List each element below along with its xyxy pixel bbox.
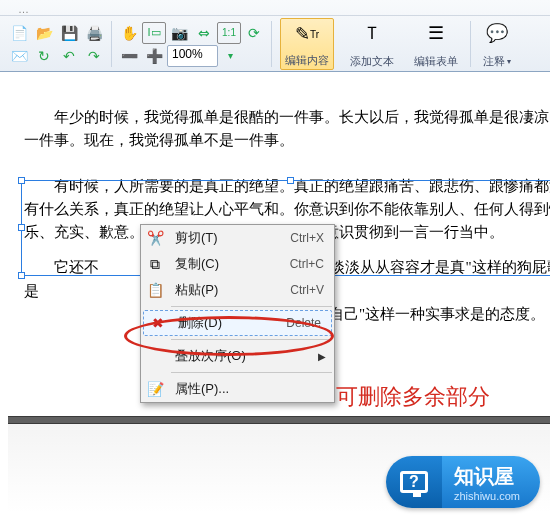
email-icon[interactable]: ✉️ xyxy=(7,45,31,67)
undo-icon[interactable]: ↶ xyxy=(57,45,81,67)
ctx-properties[interactable]: 📝 属性(P)... xyxy=(141,376,334,402)
hand-tool-icon[interactable]: ✋ xyxy=(117,22,141,44)
properties-icon: 📝 xyxy=(141,381,169,397)
ctx-copy[interactable]: ⧉ 复制(C) Ctrl+C xyxy=(141,251,334,277)
chevron-down-icon: ▾ xyxy=(507,57,511,66)
chevron-right-icon: ▶ xyxy=(318,351,334,362)
zoom-out-icon[interactable]: ➖ xyxy=(117,45,141,67)
brand-name-en: zhishiwu.com xyxy=(454,490,520,502)
copy-icon: ⧉ xyxy=(141,256,169,273)
paragraph-1: 年少的时候，我觉得孤单是很酷的一件事。长大以后，我觉得孤单是很凄凉的一件事。现在… xyxy=(24,106,550,153)
text-select-icon[interactable]: I▭ xyxy=(142,22,166,44)
page-divider xyxy=(8,416,550,424)
save-icon[interactable]: 💾 xyxy=(57,22,81,44)
comment-icon: 💬 xyxy=(483,20,511,46)
delete-icon: ✖ xyxy=(144,315,172,331)
rotate-icon[interactable]: ⟳ xyxy=(242,22,266,44)
monitor-question-icon: ? xyxy=(400,471,428,493)
zoom-in-icon[interactable]: ➕ xyxy=(142,45,166,67)
edit-form-button[interactable]: ☰ 编辑表单 xyxy=(410,18,462,70)
brand-badge: ? 知识屋 zhishiwu.com xyxy=(386,456,540,508)
fit-width-icon[interactable]: ⇔ xyxy=(192,22,216,44)
brand-name-cn: 知识屋 xyxy=(454,463,520,490)
snapshot-icon[interactable]: 📷 xyxy=(167,22,191,44)
add-text-icon: Ｔ xyxy=(358,20,386,46)
add-text-button[interactable]: Ｔ 添加文本 xyxy=(346,18,398,70)
zoom-level-select[interactable]: 100% xyxy=(167,45,218,67)
edit-form-icon: ☰ xyxy=(422,20,450,46)
comment-button[interactable]: 💬 注释▾ xyxy=(479,18,515,70)
scissors-icon: ✂️ xyxy=(141,230,169,246)
ctx-zorder[interactable]: 叠放次序(O) ▶ xyxy=(141,343,334,369)
redo-icon[interactable]: ↷ xyxy=(82,45,106,67)
ribbon-tab-strip: … xyxy=(0,2,550,16)
document-viewport[interactable]: 年少的时候，我觉得孤单是很酷的一件事。长大以后，我觉得孤单是很凄凉的一件事。现在… xyxy=(0,72,550,520)
new-file-icon[interactable]: 📄 xyxy=(7,22,31,44)
refresh-icon[interactable]: ↻ xyxy=(32,45,56,67)
ctx-cut[interactable]: ✂️ 剪切(T) Ctrl+X xyxy=(141,225,334,251)
zoom-dropdown-icon[interactable]: ▾ xyxy=(219,45,243,67)
open-folder-icon[interactable]: 📂 xyxy=(32,22,56,44)
edit-content-button[interactable]: ✎Tr 编辑内容 xyxy=(280,18,334,70)
paste-icon: 📋 xyxy=(141,282,169,298)
paragraph-3c: 归自己"这样一种实事求是的态度。 xyxy=(314,303,545,326)
ctx-delete[interactable]: ✖ 删除(D) Delete xyxy=(143,310,332,336)
print-icon[interactable]: 🖨️ xyxy=(82,22,106,44)
edit-content-icon: ✎Tr xyxy=(293,21,321,47)
context-menu: ✂️ 剪切(T) Ctrl+X ⧉ 复制(C) Ctrl+C 📋 粘贴(P) C… xyxy=(140,224,335,403)
fit-page-icon[interactable]: 1:1 xyxy=(217,22,241,44)
ctx-paste[interactable]: 📋 粘贴(P) Ctrl+V xyxy=(141,277,334,303)
